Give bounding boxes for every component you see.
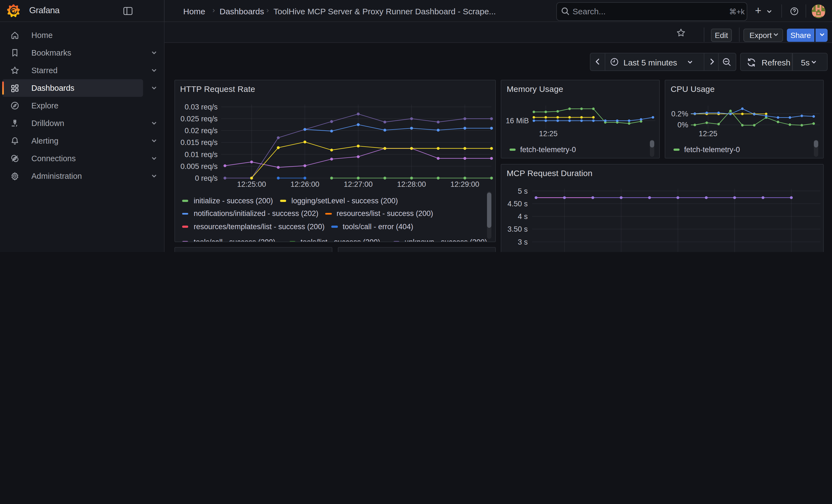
svg-text:12:25: 12:25 [539, 130, 558, 138]
svg-text:0.01 req/s: 0.01 req/s [185, 151, 218, 159]
svg-text:3 s: 3 s [518, 238, 528, 246]
svg-text:5 s: 5 s [518, 187, 528, 195]
svg-text:0.2%: 0.2% [671, 110, 688, 118]
svg-text:0.02 req/s: 0.02 req/s [185, 127, 218, 135]
svg-text:12:29:00: 12:29:00 [450, 181, 479, 189]
svg-text:0.03 req/s: 0.03 req/s [185, 103, 218, 111]
svg-text:12:25:00: 12:25:00 [237, 181, 266, 189]
svg-text:0 req/s: 0 req/s [195, 175, 218, 183]
svg-text:12:26:00: 12:26:00 [290, 181, 319, 189]
svg-text:12:25: 12:25 [699, 130, 718, 138]
svg-text:4 s: 4 s [518, 212, 528, 220]
svg-text:2.50 s: 2.50 s [508, 250, 528, 252]
svg-text:0.005 req/s: 0.005 req/s [181, 163, 218, 171]
svg-text:3.50 s: 3.50 s [508, 225, 528, 233]
svg-text:0.015 req/s: 0.015 req/s [181, 139, 218, 147]
svg-text:0%: 0% [678, 121, 688, 129]
svg-text:16 MiB: 16 MiB [506, 117, 529, 125]
svg-text:12:28:00: 12:28:00 [397, 181, 426, 189]
svg-text:12:27:00: 12:27:00 [344, 181, 372, 189]
svg-text:0.025 req/s: 0.025 req/s [181, 115, 218, 123]
svg-text:4.50 s: 4.50 s [508, 200, 528, 208]
